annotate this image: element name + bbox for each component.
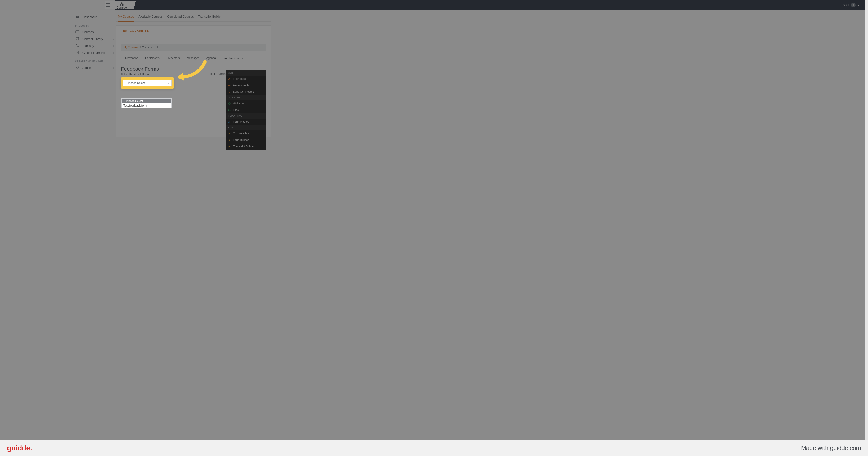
admin-item-files[interactable]: Files	[225, 107, 266, 113]
plus-circle-icon	[228, 103, 230, 105]
sidebar-section-products: PRODUCTS	[75, 24, 114, 27]
app-logo[interactable]: Censeo	[117, 1, 127, 9]
svg-point-10	[76, 44, 77, 45]
checklist-icon	[228, 84, 230, 87]
admin-section-reporting: REPORTING	[225, 113, 266, 119]
sidebar-item-courses[interactable]: Courses ›	[75, 28, 114, 35]
hamburger-icon[interactable]	[106, 3, 110, 7]
chevron-right-icon: ›	[113, 30, 114, 34]
admin-item-label: Form Builder	[233, 138, 249, 142]
admin-item-assessments[interactable]: Assessments	[225, 82, 266, 89]
avatar-icon	[851, 3, 856, 7]
tab-available-courses[interactable]: Available Courses	[138, 13, 163, 22]
svg-point-11	[78, 46, 79, 47]
chevron-down-icon	[168, 83, 169, 84]
sidebar-item-admin[interactable]: Admin ›	[75, 64, 114, 71]
tab-transcript-builder[interactable]: Transcript Builder	[198, 13, 222, 22]
admin-item-webinars[interactable]: Webinars	[225, 100, 266, 107]
sidebar-item-dashboard[interactable]: Dashboard ›	[75, 13, 114, 20]
admin-item-label: Course Wizard	[233, 132, 251, 135]
chevron-right-icon: ›	[113, 15, 114, 19]
highlight-annotation: -- Please Select --	[121, 78, 174, 89]
top-tabs: My Courses Available Courses Completed C…	[116, 11, 271, 22]
sidebar-item-pathways[interactable]: Pathways ›	[75, 42, 114, 49]
breadcrumb-current: Test course ite	[142, 46, 160, 49]
admin-item-form-builder[interactable]: Form Builder	[225, 137, 266, 143]
sidebar-item-content-library[interactable]: Content Library ›	[75, 35, 114, 42]
admin-item-label: Send Certificates	[233, 90, 254, 93]
footer-tagline: Made with guidde.com	[801, 445, 861, 452]
plus-circle-icon	[228, 109, 230, 111]
library-icon	[75, 37, 79, 40]
edit-icon	[228, 78, 230, 80]
main-content: My Courses Available Courses Completed C…	[116, 11, 271, 137]
admin-item-label: Edit Course	[233, 77, 247, 81]
courses-icon	[75, 30, 79, 34]
footer-bar: guidde. Made with guidde.com	[0, 440, 868, 456]
sidebar-item-label: Content Library	[83, 37, 110, 40]
svg-point-13	[76, 67, 78, 68]
admin-item-label: Assessments	[233, 84, 249, 87]
admin-section-edit: EDIT	[225, 70, 266, 76]
course-title: TEST COURSE ITE	[121, 29, 266, 32]
guidde-logo: guidde.	[7, 444, 32, 452]
section-tab-participants[interactable]: Participants	[142, 54, 163, 62]
sidebar-item-label: Dashboard	[83, 15, 110, 19]
admin-item-send-certificates[interactable]: Send Certificates	[225, 89, 266, 95]
svg-point-2	[122, 4, 123, 5]
svg-rect-8	[75, 31, 79, 33]
chevron-right-icon: ›	[113, 37, 114, 40]
app-logo-text: Censeo	[117, 6, 127, 9]
chevron-right-icon: ›	[113, 66, 114, 69]
admin-item-transcript-builder[interactable]: Transcript Builder	[225, 143, 266, 150]
section-tab-messages[interactable]: Messages	[184, 54, 203, 62]
svg-rect-4	[75, 16, 77, 17]
admin-item-form-metrics[interactable]: Form Metrics	[225, 119, 266, 125]
dropdown-option[interactable]: -- Please Select --	[122, 99, 172, 103]
section-tab-information[interactable]: Information	[121, 54, 141, 62]
sidebar-item-label: Pathways	[83, 44, 110, 48]
feedback-form-dropdown[interactable]: -- Please Select -- Test feedback form	[121, 98, 172, 108]
logo-mark-icon	[119, 2, 124, 6]
section-tab-agenda[interactable]: Agenda	[203, 54, 219, 62]
chevron-right-icon: ›	[113, 44, 114, 48]
svg-point-1	[120, 4, 121, 5]
feedback-form-select[interactable]: -- Please Select --	[123, 80, 172, 86]
admin-item-label: Form Metrics	[233, 120, 249, 123]
svg-point-3	[853, 4, 854, 5]
svg-point-14	[228, 91, 230, 92]
dashboard-icon	[75, 15, 79, 19]
admin-section-quick-add: QUICK ADD	[225, 95, 266, 100]
section-tab-feedback-forms[interactable]: Feedback Forms	[220, 55, 247, 62]
admin-panel: EDIT Edit Course Assessments Send Certif…	[225, 70, 266, 150]
admin-item-course-wizard[interactable]: Course Wizard	[225, 130, 266, 137]
dropdown-option[interactable]: Test feedback form	[122, 103, 172, 108]
sidebar-nav: Dashboard › PRODUCTS Courses › Content L…	[75, 13, 114, 71]
svg-rect-6	[75, 17, 77, 18]
breadcrumb-root-link[interactable]: My Courses	[123, 46, 138, 49]
course-card: TEST COURSE ITE My Courses / Test course…	[116, 25, 271, 137]
header-logo-block: Censeo	[104, 1, 131, 9]
admin-item-label: Webinars	[233, 102, 244, 105]
metrics-icon	[228, 121, 230, 123]
user-menu[interactable]: EDS 1	[840, 3, 859, 7]
breadcrumb: My Courses / Test course ite	[121, 44, 266, 51]
section-tabs: Information Participants Presenters Mess…	[121, 54, 266, 62]
sidebar-item-label: Courses	[83, 30, 110, 34]
toggle-admin-label: Toggle Admin	[209, 72, 225, 76]
user-name: EDS 1	[840, 3, 849, 7]
admin-item-edit-course[interactable]: Edit Course	[225, 76, 266, 82]
tab-my-courses[interactable]: My Courses	[118, 13, 134, 22]
breadcrumb-separator: /	[140, 46, 141, 49]
pathways-icon	[75, 44, 79, 48]
chevron-down-icon	[858, 5, 859, 6]
section-tab-presenters[interactable]: Presenters	[163, 54, 183, 62]
tab-completed-courses[interactable]: Completed Courses	[167, 13, 194, 22]
arrow-right-icon	[228, 145, 230, 148]
svg-rect-7	[78, 17, 79, 18]
sidebar-item-guided-learning[interactable]: Guided Learning ›	[75, 49, 114, 56]
sidebar-item-label: Admin	[83, 66, 110, 69]
guided-learning-icon	[75, 51, 79, 54]
scrollbar[interactable]	[865, 0, 868, 440]
certificate-icon	[228, 91, 230, 93]
